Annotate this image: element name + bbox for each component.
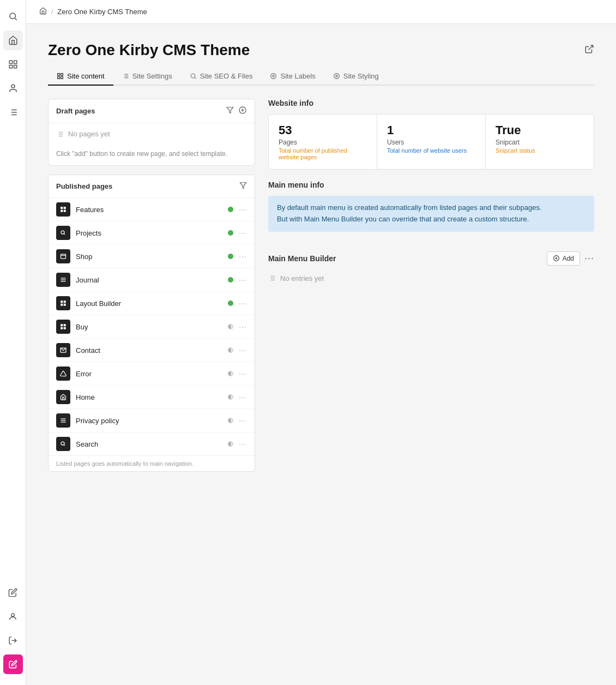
sidebar-bottom bbox=[3, 582, 23, 678]
sidebar-account-icon[interactable] bbox=[3, 606, 23, 626]
filter-icon[interactable] bbox=[226, 106, 234, 116]
two-column-layout: Draft pages No pages yet bbox=[48, 99, 594, 472]
topbar: / Zero One Kirby CMS Theme bbox=[26, 0, 616, 24]
svg-marker-32 bbox=[227, 107, 233, 113]
published-pages-section: Published pages Features ··· Projects ··… bbox=[48, 175, 255, 472]
info-card-number: 1 bbox=[387, 123, 475, 137]
page-name: Journal bbox=[76, 276, 222, 284]
table-row[interactable]: Layout Builder ··· bbox=[49, 292, 255, 315]
table-row[interactable]: Search ··· bbox=[49, 432, 255, 455]
info-card-number: True bbox=[496, 123, 584, 137]
info-card-sublabel: Total number of published website pages bbox=[279, 147, 367, 160]
page-more-button[interactable]: ··· bbox=[239, 416, 247, 425]
svg-point-26 bbox=[191, 74, 195, 78]
draft-pages-hint: Click "add" button to create new page, a… bbox=[49, 145, 255, 165]
table-row[interactable]: Home ··· bbox=[49, 386, 255, 409]
svg-point-28 bbox=[271, 74, 276, 79]
no-entries-text: No entries yet bbox=[280, 274, 324, 283]
main-menu-info-banner: By default main menu is created automati… bbox=[268, 196, 594, 232]
menu-builder-header: Main Menu Builder Add ··· bbox=[268, 251, 594, 266]
svg-rect-49 bbox=[61, 254, 66, 259]
page-more-button[interactable]: ··· bbox=[239, 440, 247, 448]
add-button-label: Add bbox=[563, 255, 574, 262]
page-more-button[interactable]: ··· bbox=[239, 369, 247, 378]
table-row[interactable]: Privacy policy ··· bbox=[49, 409, 255, 432]
sidebar-settings-icon[interactable] bbox=[3, 103, 23, 122]
tab-site-labels-label: Site Labels bbox=[280, 72, 315, 80]
page-name: Privacy policy bbox=[76, 417, 222, 425]
svg-point-6 bbox=[11, 85, 15, 88]
tab-site-content[interactable]: Site content bbox=[48, 68, 113, 86]
website-info-title: Website info bbox=[268, 99, 594, 107]
menu-builder-title: Main Menu Builder bbox=[268, 254, 336, 263]
page-more-button[interactable]: ··· bbox=[239, 393, 247, 401]
table-row[interactable]: Buy ··· bbox=[49, 315, 255, 339]
table-row[interactable]: Contact ··· bbox=[49, 339, 255, 362]
page-more-button[interactable]: ··· bbox=[239, 275, 247, 284]
published-filter-icon[interactable] bbox=[239, 182, 247, 191]
page-icon bbox=[56, 273, 70, 287]
info-card-label: Users bbox=[387, 139, 475, 146]
svg-rect-58 bbox=[61, 325, 63, 327]
tab-site-labels[interactable]: Site Labels bbox=[261, 68, 324, 86]
table-row[interactable]: Projects ··· bbox=[49, 221, 255, 245]
sidebar-pages-icon[interactable] bbox=[3, 55, 23, 74]
add-menu-entry-button[interactable]: Add bbox=[547, 251, 580, 266]
sidebar-users-icon[interactable] bbox=[3, 79, 23, 98]
page-icon bbox=[56, 413, 70, 428]
svg-marker-42 bbox=[240, 183, 246, 189]
svg-point-13 bbox=[11, 613, 15, 616]
info-card-number: 53 bbox=[279, 123, 367, 137]
menu-builder-more-icon[interactable]: ··· bbox=[584, 253, 594, 264]
sidebar-edit-icon[interactable] bbox=[3, 582, 23, 602]
table-row[interactable]: Journal ··· bbox=[49, 268, 255, 292]
status-dot-draft bbox=[228, 324, 233, 329]
svg-line-15 bbox=[589, 45, 593, 50]
topbar-home-icon bbox=[39, 7, 47, 16]
svg-point-0 bbox=[10, 13, 16, 19]
svg-rect-18 bbox=[58, 77, 60, 79]
banner-line2: But with Main Menu Builder you can overr… bbox=[277, 215, 529, 223]
sidebar-search-icon[interactable] bbox=[3, 7, 23, 26]
published-pages-actions bbox=[239, 182, 247, 191]
page-name: Contact bbox=[76, 346, 222, 354]
tab-site-settings[interactable]: Site Settings bbox=[113, 68, 181, 86]
tab-site-styling[interactable]: Site Styling bbox=[324, 68, 388, 86]
page-icon bbox=[56, 343, 70, 357]
no-entries-row: No entries yet bbox=[268, 271, 594, 286]
page-header: Zero One Kirby CMS Theme bbox=[48, 41, 594, 59]
svg-rect-43 bbox=[61, 207, 63, 209]
svg-rect-54 bbox=[61, 301, 63, 303]
page-more-button[interactable]: ··· bbox=[239, 252, 247, 261]
draft-pages-section: Draft pages No pages yet bbox=[48, 99, 255, 166]
page-icon bbox=[56, 366, 70, 381]
page-icon bbox=[56, 249, 70, 263]
sidebar-logout-icon[interactable] bbox=[3, 630, 23, 650]
svg-rect-44 bbox=[64, 207, 66, 209]
external-link-icon[interactable] bbox=[584, 44, 594, 56]
page-more-button[interactable]: ··· bbox=[239, 205, 247, 214]
sidebar-pink-button[interactable] bbox=[3, 654, 23, 674]
svg-rect-45 bbox=[61, 210, 63, 212]
info-card-label: Pages bbox=[279, 139, 367, 146]
page-more-button[interactable]: ··· bbox=[239, 299, 247, 308]
no-draft-pages-row: No pages yet bbox=[49, 123, 255, 145]
page-name: Search bbox=[76, 440, 222, 448]
page-more-button[interactable]: ··· bbox=[239, 229, 247, 237]
status-dot-draft bbox=[228, 394, 233, 400]
menu-builder-actions: Add ··· bbox=[547, 251, 594, 266]
page-more-button[interactable]: ··· bbox=[239, 346, 247, 354]
banner-line1: By default main menu is created automati… bbox=[277, 203, 542, 212]
page-title: Zero One Kirby CMS Theme bbox=[48, 41, 250, 59]
published-pages-list: Features ··· Projects ··· Shop ··· Journ… bbox=[49, 198, 255, 455]
page-more-button[interactable]: ··· bbox=[239, 322, 247, 331]
tab-site-seo[interactable]: Site SEO & Files bbox=[181, 68, 262, 86]
page-icon bbox=[56, 202, 70, 217]
info-card: 1 Users Total number of website users bbox=[377, 115, 485, 169]
topbar-breadcrumb: Zero One Kirby CMS Theme bbox=[57, 8, 147, 16]
table-row[interactable]: Error ··· bbox=[49, 362, 255, 386]
table-row[interactable]: Features ··· bbox=[49, 198, 255, 221]
table-row[interactable]: Shop ··· bbox=[49, 245, 255, 268]
sidebar-home-icon[interactable] bbox=[3, 31, 23, 50]
add-draft-icon[interactable] bbox=[238, 106, 247, 116]
